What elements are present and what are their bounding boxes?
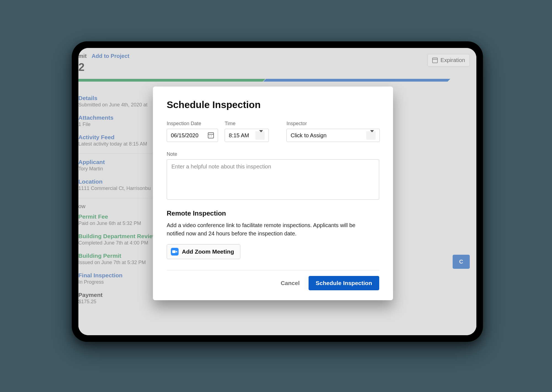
inspector-select[interactable]: Click to Assign — [286, 129, 380, 142]
device-frame: mit Add to Project 2 Expiration Details — [72, 41, 483, 342]
field-label: Inspection Date — [167, 121, 218, 127]
screen: mit Add to Project 2 Expiration Details — [78, 48, 476, 335]
expiration-label: Expiration — [440, 57, 465, 63]
inspection-date-input[interactable]: 06/15/2020 — [167, 129, 218, 142]
field-inspection-date: Inspection Date 06/15/2020 — [167, 121, 218, 142]
zoom-icon — [171, 248, 179, 256]
field-label: Inspector — [286, 121, 380, 127]
field-note: Note — [167, 151, 379, 200]
calendar-icon — [208, 132, 214, 138]
zoom-button-label: Add Zoom Meeting — [182, 248, 234, 255]
field-inspector: Inspector Click to Assign — [286, 121, 380, 142]
calendar-icon — [432, 58, 438, 63]
inspection-date-value: 06/15/2020 — [171, 132, 198, 139]
cancel-button[interactable]: Cancel — [281, 280, 300, 286]
progress-segment-complete — [78, 79, 266, 82]
chevron-down-icon — [255, 131, 265, 140]
time-value: 8:15 AM — [229, 132, 249, 139]
field-label: Time — [225, 121, 269, 127]
inspector-value: Click to Assign — [291, 132, 327, 139]
dialog-divider — [167, 270, 379, 270]
progress-bar — [78, 79, 476, 82]
progress-segment-active — [263, 79, 450, 82]
breadcrumb: mit Add to Project — [78, 53, 470, 59]
schedule-inspection-button[interactable]: Schedule Inspection — [309, 276, 379, 290]
dialog-title: Schedule Inspection — [167, 99, 379, 110]
dialog-actions: Cancel Schedule Inspection — [167, 276, 379, 290]
record-number: 2 — [78, 61, 470, 73]
chevron-down-icon — [366, 131, 376, 140]
expiration-button[interactable]: Expiration — [428, 54, 470, 66]
remote-inspection-description: Add a video conference link to facilitat… — [167, 221, 371, 238]
page-header: mit Add to Project 2 Expiration — [78, 48, 476, 81]
add-zoom-meeting-button[interactable]: Add Zoom Meeting — [167, 244, 240, 259]
time-select[interactable]: 8:15 AM — [225, 129, 269, 142]
field-label: Note — [167, 151, 379, 157]
breadcrumb-permit: mit — [78, 53, 87, 59]
remote-inspection-heading: Remote Inspection — [167, 210, 379, 217]
field-time: Time 8:15 AM — [225, 121, 269, 142]
note-textarea[interactable] — [167, 159, 379, 200]
breadcrumb-add-to-project[interactable]: Add to Project — [92, 53, 129, 59]
primary-action-button[interactable]: C — [453, 255, 470, 269]
schedule-inspection-dialog: Schedule Inspection Inspection Date 06/1… — [153, 87, 393, 300]
